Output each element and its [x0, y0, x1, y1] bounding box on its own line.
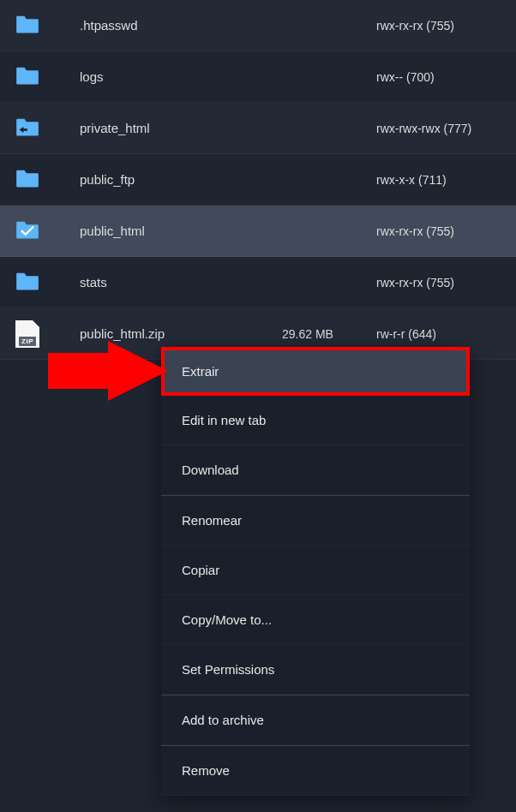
file-row[interactable]: stats rwx-rx-rx (755): [0, 257, 516, 308]
menu-item-edit-new-tab[interactable]: Edit in new tab: [161, 396, 470, 445]
symlink-folder-icon: [15, 116, 50, 140]
file-name: .htpasswd: [50, 18, 282, 33]
context-menu: Extrair Edit in new tab Download Renomea…: [161, 347, 470, 796]
folder-icon: [15, 168, 50, 191]
folder-icon: [15, 65, 50, 88]
file-name: stats: [50, 275, 282, 290]
file-permissions: rwx-- (700): [376, 70, 501, 84]
file-row[interactable]: logs rwx-- (700): [0, 51, 516, 103]
file-name: public_html: [50, 224, 282, 238]
file-row[interactable]: public_html rwx-rx-rx (755): [0, 206, 516, 257]
menu-item-extract[interactable]: Extrair: [161, 347, 470, 396]
menu-item-copy-move-to[interactable]: Copy/Move to...: [161, 595, 470, 645]
file-list: .htpasswd rwx-rx-rx (755) logs rwx-- (70…: [0, 0, 516, 360]
menu-item-add-to-archive[interactable]: Add to archive: [161, 695, 470, 745]
menu-item-rename[interactable]: Renomear: [161, 495, 470, 546]
menu-item-copy[interactable]: Copiar: [161, 546, 470, 595]
file-permissions: rwx-rx-rx (755): [376, 224, 501, 238]
file-size: 29.62 MB: [282, 327, 376, 341]
folder-icon: [15, 271, 50, 294]
file-permissions: rwx-x-x (711): [376, 173, 501, 187]
file-name: private_html: [50, 121, 282, 135]
zip-file-icon: ZIP: [15, 320, 50, 348]
file-row[interactable]: public_ftp rwx-x-x (711): [0, 154, 516, 206]
file-permissions: rwx-rx-rx (755): [376, 19, 501, 33]
folder-selected-icon: [15, 219, 50, 242]
menu-item-download[interactable]: Download: [161, 445, 470, 495]
file-permissions: rwx-rwx-rwx (777): [376, 122, 501, 135]
file-name: logs: [50, 69, 282, 84]
menu-item-set-permissions[interactable]: Set Permissions: [161, 645, 470, 695]
file-name: public_html.zip: [50, 326, 282, 341]
file-permissions: rw-r-r (644): [376, 327, 501, 341]
file-row[interactable]: .htpasswd rwx-rx-rx (755): [0, 0, 516, 51]
file-name: public_ftp: [50, 172, 282, 187]
folder-icon: [15, 14, 50, 37]
file-row[interactable]: private_html rwx-rwx-rwx (777): [0, 103, 516, 154]
menu-item-remove[interactable]: Remove: [161, 745, 470, 796]
file-permissions: rwx-rx-rx (755): [376, 276, 501, 290]
